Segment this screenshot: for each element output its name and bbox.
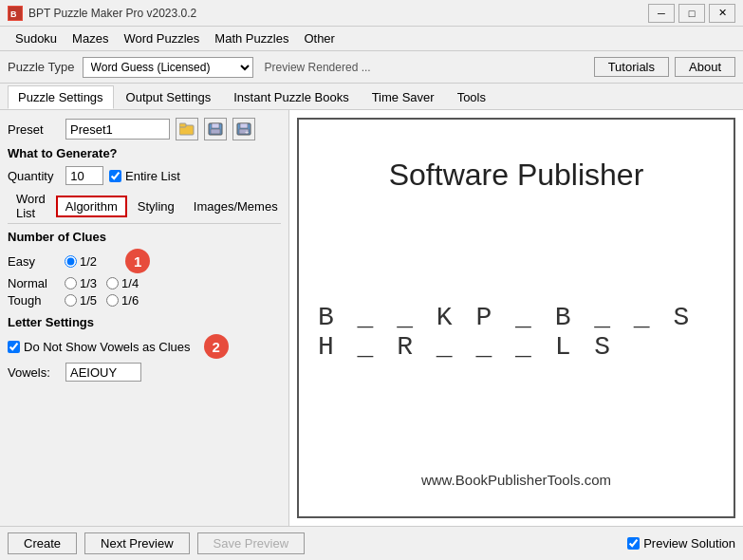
menu-other[interactable]: Other [296,29,343,47]
svg-text:+: + [245,129,249,136]
close-button[interactable]: ✕ [709,4,735,23]
preview-solution-label: Preview Solution [643,536,735,551]
vowels-input[interactable] [65,363,141,382]
window-controls: ─ □ ✕ [648,4,735,23]
toolbar: Puzzle Type Word Guess (Licensed) Previe… [0,51,743,84]
sub-tabs: Word List Algorithm Styling Images/Memes [8,189,281,224]
normal-third-option[interactable]: 1/3 [65,276,97,290]
tab-tools[interactable]: Tools [447,85,496,109]
tab-instant-puzzle-books[interactable]: Instant Puzzle Books [223,85,359,109]
circle-badge-2: 2 [204,334,229,359]
menu-mazes[interactable]: Mazes [65,29,116,47]
sub-tab-styling[interactable]: Styling [129,196,183,216]
tough-fifth-option[interactable]: 1/5 [65,293,97,308]
preset-row: Preset + [8,118,281,140]
easy-half-option[interactable]: 1/2 [65,254,97,269]
quantity-row: Quantity Entire List [8,166,281,185]
main-content: Preset + [0,110,743,526]
sub-tab-algorithm[interactable]: Algorithm [56,196,127,217]
quantity-input[interactable] [65,166,103,185]
entire-list-checkbox[interactable] [109,170,121,182]
next-preview-button[interactable]: Next Preview [84,532,190,554]
do-not-show-vowels-label[interactable]: Do Not Show Vowels as Clues [8,340,191,354]
app-icon: B [8,6,23,21]
sub-tab-images-memes[interactable]: Images/Memes [185,196,287,216]
do-not-show-vowels-checkbox[interactable] [8,341,20,353]
easy-row: Easy 1/2 1 [8,249,281,273]
tough-label: Tough [8,293,55,308]
maximize-button[interactable]: □ [678,4,705,23]
easy-half-radio[interactable] [65,255,77,268]
tough-fifth-radio[interactable] [65,294,77,307]
preview-puzzle: B _ _ K P _ B _ _ S H _ R _ _ _ L S [318,303,715,362]
tough-sixth-option[interactable]: 1/6 [106,293,139,308]
svg-text:B: B [10,9,17,19]
what-to-generate-header: What to Generate? [8,146,281,160]
app-title: BPT Puzzle Maker Pro v2023.0.2 [28,7,648,20]
tab-time-saver[interactable]: Time Saver [362,85,445,109]
circle-badge-1: 1 [125,249,150,273]
bottom-bar: Create Next Preview Save Preview Preview… [0,526,743,560]
menu-word-puzzles[interactable]: Word Puzzles [116,29,207,47]
save-as-icon-button[interactable]: + [232,118,255,140]
preview-solution: Preview Solution [627,536,735,551]
minimize-button[interactable]: ─ [648,4,675,23]
main-tabs-bar: Puzzle Settings Output Settings Instant … [0,84,743,110]
preview-box: Software Publisher B _ _ K P _ B _ _ S H… [297,118,735,518]
quantity-label: Quantity [8,169,60,183]
preset-input[interactable] [65,119,170,140]
svg-rect-5 [212,123,219,128]
preview-solution-checkbox[interactable] [627,537,640,550]
preview-footer: www.BookPublisherTools.com [421,472,611,488]
save-icon-button[interactable] [204,118,227,140]
menu-sudoku[interactable]: Sudoku [8,29,65,47]
number-of-clues-header: Number of Clues [8,230,281,244]
save-preview-button[interactable]: Save Preview [197,532,305,554]
preview-title: Software Publisher [389,158,644,193]
create-button[interactable]: Create [8,532,77,554]
sub-tab-word-list[interactable]: Word List [8,189,54,223]
normal-third-radio[interactable] [65,277,77,289]
normal-label: Normal [8,276,55,290]
clues-section: Number of Clues Easy 1/2 1 Normal 1/3 [8,230,281,308]
svg-rect-8 [240,123,248,128]
tab-puzzle-settings[interactable]: Puzzle Settings [8,85,114,109]
tough-sixth-radio[interactable] [106,294,119,307]
folder-icon-button[interactable] [176,118,198,140]
title-bar: B BPT Puzzle Maker Pro v2023.0.2 ─ □ ✕ [0,0,743,27]
vowels-row: Vowels: [8,363,281,382]
easy-label: Easy [8,254,55,269]
do-not-show-vowels-row: Do Not Show Vowels as Clues 2 [8,334,281,359]
normal-row: Normal 1/3 1/4 [8,276,281,290]
vowels-label: Vowels: [8,365,60,380]
menu-math-puzzles[interactable]: Math Puzzles [207,29,296,47]
left-panel: Preset + [0,110,289,526]
preset-label: Preset [8,122,60,137]
normal-quarter-radio[interactable] [106,277,119,289]
tough-row: Tough 1/5 1/6 [8,293,281,308]
tab-output-settings[interactable]: Output Settings [116,85,222,109]
puzzle-type-select[interactable]: Word Guess (Licensed) [83,57,253,78]
preview-label: Preview Rendered ... [265,61,371,74]
about-button[interactable]: About [675,57,735,77]
svg-rect-6 [211,129,220,134]
svg-rect-3 [179,123,186,127]
normal-quarter-option[interactable]: 1/4 [106,276,139,290]
puzzle-type-label: Puzzle Type [8,60,75,74]
toolbar-right: Tutorials About [594,57,735,77]
right-panel: Software Publisher B _ _ K P _ B _ _ S H… [289,110,743,526]
tutorials-button[interactable]: Tutorials [594,57,669,77]
menu-bar: Sudoku Mazes Word Puzzles Math Puzzles O… [0,27,743,51]
letter-settings-header: Letter Settings [8,315,281,329]
letter-section: Letter Settings Do Not Show Vowels as Cl… [8,315,281,382]
entire-list-label[interactable]: Entire List [109,169,180,183]
